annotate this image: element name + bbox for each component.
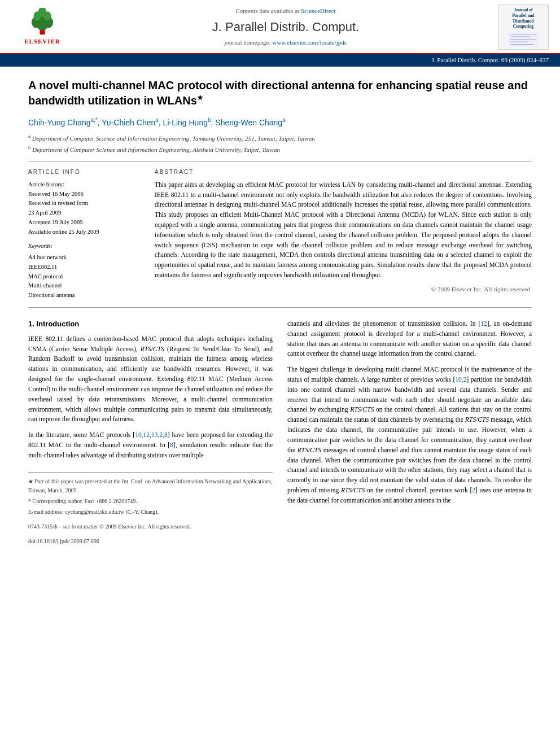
author-4: Sheng-Wen Changa: [215, 118, 285, 127]
introduction-heading: 1. Introduction: [28, 319, 273, 330]
keyword-5: Directional antenna: [28, 291, 141, 300]
intro-para-1: IEEE 802.11 defines a contention-based M…: [28, 334, 273, 425]
history-received: Received 16 May 2006: [28, 190, 141, 199]
history-online: Available online 25 July 2009: [28, 228, 141, 237]
body-right: channels and alleviates the phenomenon o…: [287, 319, 532, 546]
history-revised-date: 23 April 2009: [28, 208, 141, 218]
journal-homepage-link[interactable]: www.elsevier.com/locate/jpdc: [272, 39, 347, 46]
intro-para-2: In the literature, some MAC protocols [1…: [28, 430, 273, 460]
keyword-1: Ad hoc network: [28, 253, 141, 263]
page-wrapper: ELSEVIER Contents lists available at Sci…: [0, 0, 560, 557]
article-title: A novel multi-channel MAC protocol with …: [28, 78, 532, 108]
footnotes: ★ Part of this paper was presented at th…: [28, 472, 273, 546]
body-content: 1. Introduction IEEE 802.11 defines a co…: [28, 319, 532, 546]
elsevier-label: ELSEVIER: [24, 37, 60, 46]
body-left: 1. Introduction IEEE 802.11 defines a co…: [28, 319, 273, 546]
author-1: Chih-Yung Changa,*: [28, 118, 98, 127]
keywords-section: Keywords: Ad hoc network IEEE802.11 MAC …: [28, 242, 141, 300]
footer-issn: 0743-7315/$ – see front matter © 2009 El…: [28, 522, 273, 531]
sciencedirect-link[interactable]: ScienceDirect: [301, 7, 336, 14]
two-col-body: 1. Introduction IEEE 802.11 defines a co…: [28, 319, 532, 546]
journal-name-display: J. Parallel Distrib. Comput.: [85, 18, 487, 36]
footnote-star: ★ Part of this paper was presented at th…: [28, 477, 273, 495]
abstract-section: ABSTRACT This paper aims at developing a…: [155, 168, 532, 300]
affiliations: a Department of Computer Science and Inf…: [28, 133, 532, 154]
footnote-corresponding: * Corresponding author. Fax: +886 2 2620…: [28, 497, 273, 506]
history-label: Article history:: [28, 180, 141, 190]
right-para-2: The biggest challenge in developing mult…: [287, 365, 532, 505]
sciencedirect-line: Contents lists available at ScienceDirec…: [85, 7, 487, 16]
elsevier-logo: ELSEVIER: [11, 8, 73, 46]
right-para-1: channels and alleviates the phenomenon o…: [287, 319, 532, 359]
citation-bar: J. Parallel Distrib. Comput. 69 (2009) 8…: [0, 54, 560, 67]
divider-1: [28, 161, 532, 161]
keyword-4: Multi-channel: [28, 281, 141, 291]
footnote-email: E-mail address: cychang@mail.tku.edu.tw …: [28, 508, 273, 517]
elsevier-tree-icon: [20, 8, 65, 36]
journal-logo-title: Journal ofParallel andDistributedComputi…: [513, 7, 535, 29]
keyword-2: IEEE802.11: [28, 263, 141, 272]
abstract-text: This paper aims at developing an efficie…: [155, 180, 532, 281]
author-3: Li-Ling Hungb: [163, 118, 211, 127]
divider-2: [28, 307, 532, 308]
article-info-label: ARTICLE INFO: [28, 168, 141, 177]
authors-line: Chih-Yung Changa,*, Yu-Chieh Chena, Li-L…: [28, 116, 532, 128]
journal-logo-image: [506, 32, 540, 47]
history-accepted: Accepted 19 July 2009: [28, 218, 141, 228]
journal-top-bar: ELSEVIER Contents lists available at Sci…: [11, 5, 549, 53]
article-info-section: ARTICLE INFO Article history: Received 1…: [28, 168, 141, 300]
affil-a: a Department of Computer Science and Inf…: [28, 133, 532, 143]
journal-logo-right: Journal ofParallel andDistributedComputi…: [498, 5, 549, 50]
journal-homepage-line: journal homepage: www.elsevier.com/locat…: [85, 38, 487, 47]
keyword-3: MAC protocol: [28, 272, 141, 282]
article-info-abstract: ARTICLE INFO Article history: Received 1…: [28, 168, 532, 300]
copyright-line: © 2009 Elsevier Inc. All rights reserved…: [155, 285, 532, 294]
content-area: A novel multi-channel MAC protocol with …: [0, 67, 560, 557]
history-revised-label: Received in revised form: [28, 199, 141, 208]
article-history: Article history: Received 16 May 2006 Re…: [28, 180, 141, 237]
journal-center: Contents lists available at ScienceDirec…: [73, 7, 498, 47]
journal-header: ELSEVIER Contents lists available at Sci…: [0, 0, 560, 54]
affil-b: b Department of Computer Science and Inf…: [28, 144, 532, 154]
abstract-label: ABSTRACT: [155, 168, 532, 177]
keywords-label: Keywords:: [28, 242, 141, 251]
footer-doi: doi:10.1016/j.jpdc.2009.07.006: [28, 537, 273, 546]
author-2: Yu-Chieh Chena: [102, 118, 159, 127]
